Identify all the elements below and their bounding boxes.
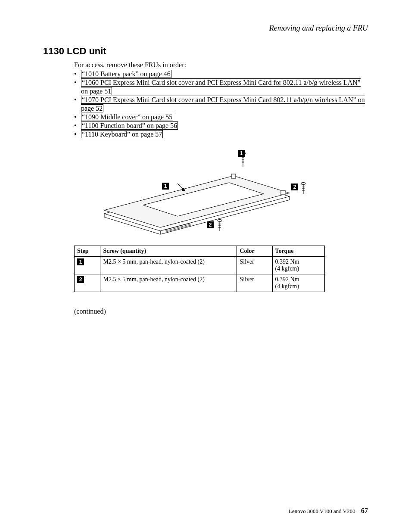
section-title: 1130 LCD unit xyxy=(43,46,368,57)
table-row: 1 M2.5 × 5 mm, pan-head, nylon-coated (2… xyxy=(75,257,325,274)
body-block: For access, remove these FRUs in order: … xyxy=(74,61,368,139)
intro-text: For access, remove these FRUs in order: xyxy=(74,61,368,69)
list-item: “1010 Battery pack” on page 46 xyxy=(74,70,368,78)
callout-badge: 2 xyxy=(291,184,298,190)
table-header-row: Step Screw (quantity) Color Torque xyxy=(75,246,325,257)
exploded-diagram: 1 1 2 2 xyxy=(74,149,315,235)
cell-step: 2 xyxy=(75,274,100,292)
table-row: 2 M2.5 × 5 mm, pan-head, nylon-coated (2… xyxy=(75,274,325,292)
laptop-base-illustration xyxy=(74,149,315,235)
xref-link[interactable]: “1010 Battery pack” on page 46 xyxy=(81,70,171,78)
page-number: 67 xyxy=(361,507,368,514)
svg-rect-6 xyxy=(231,174,236,178)
list-item: “1060 PCI Express Mini Card slot cover a… xyxy=(74,78,368,96)
list-item: “1070 PCI Express Mini Card slot cover a… xyxy=(74,96,368,113)
cell-step: 1 xyxy=(75,257,100,274)
cell-screw: M2.5 × 5 mm, pan-head, nylon-coated (2) xyxy=(100,257,237,274)
page: Removing and replacing a FRU 1130 LCD un… xyxy=(0,0,411,532)
cell-color: Silver xyxy=(237,274,272,292)
col-header-torque: Torque xyxy=(272,246,324,257)
xref-link[interactable]: “1100 Function board” on page 56 xyxy=(81,121,178,130)
cell-color: Silver xyxy=(237,257,272,274)
running-header: Removing and replacing a FRU xyxy=(43,24,368,33)
continued-note: (continued) xyxy=(74,308,368,315)
cell-torque: 0.392 Nm (4 kgfcm) xyxy=(272,274,324,292)
page-footer: Lenovo 3000 V100 and V200 67 xyxy=(289,507,368,515)
step-badge: 2 xyxy=(77,276,84,283)
svg-rect-7 xyxy=(281,190,285,195)
callout-badge: 2 xyxy=(207,221,214,228)
col-header-screw: Screw (quantity) xyxy=(100,246,237,257)
callout-badge: 1 xyxy=(162,183,169,190)
xref-link[interactable]: “1060 PCI Express Mini Card slot cover a… xyxy=(81,78,361,95)
list-item: “1110 Keyboard” on page 57 xyxy=(74,130,368,139)
cell-torque: 0.392 Nm (4 kgfcm) xyxy=(272,257,324,274)
screw-spec-table: Step Screw (quantity) Color Torque 1 M2.… xyxy=(74,246,325,292)
step-badge: 1 xyxy=(77,258,84,265)
xref-link[interactable]: “1090 Middle cover” on page 55 xyxy=(81,113,173,121)
col-header-step: Step xyxy=(75,246,100,257)
xref-link[interactable]: “1110 Keyboard” on page 57 xyxy=(81,130,163,138)
callout-badge: 1 xyxy=(238,150,245,157)
svg-point-13 xyxy=(218,220,222,222)
col-header-color: Color xyxy=(237,246,272,257)
list-item: “1090 Middle cover” on page 55 xyxy=(74,113,368,121)
svg-point-11 xyxy=(301,183,305,185)
list-item: “1100 Function board” on page 56 xyxy=(74,121,368,130)
fru-prereq-list: “1010 Battery pack” on page 46 “1060 PCI… xyxy=(74,70,368,139)
cell-screw: M2.5 × 5 mm, pan-head, nylon-coated (2) xyxy=(100,274,237,292)
footer-model: Lenovo 3000 V100 and V200 xyxy=(289,508,355,514)
xref-link[interactable]: “1070 PCI Express Mini Card slot cover a… xyxy=(81,96,365,112)
